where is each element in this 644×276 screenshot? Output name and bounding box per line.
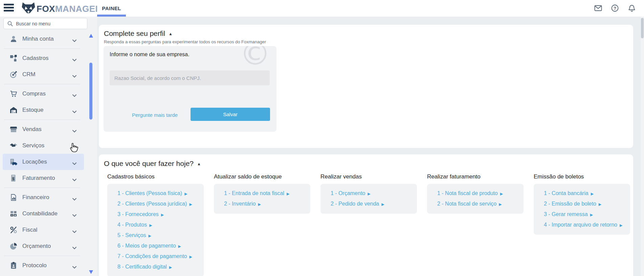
quick-link[interactable]: 7 - Condições de pagamento▶ bbox=[117, 251, 198, 262]
profile-question-panel: © Informe o nome de sua empresa. Pergunt… bbox=[104, 46, 276, 132]
quick-link[interactable]: 8 - Certificado digital▶ bbox=[117, 262, 198, 272]
page-scrollbar[interactable] bbox=[641, 17, 644, 276]
quick-link[interactable]: 3 - Gerar remessa▶ bbox=[544, 209, 625, 220]
arrow-right-icon: ▶ bbox=[178, 244, 181, 248]
quick-link[interactable]: 2 - Inventário▶ bbox=[224, 199, 305, 209]
store-icon bbox=[9, 125, 18, 133]
pie-icon bbox=[9, 242, 18, 250]
chevron-down-icon[interactable] bbox=[72, 38, 77, 44]
page-scrollbar-thumb[interactable] bbox=[641, 18, 644, 38]
quick-link[interactable]: 2 - Clientes (Pessoa jurídica)▶ bbox=[117, 199, 198, 209]
quick-link[interactable]: 1 - Clientes (Pessoa física)▶ bbox=[117, 188, 198, 199]
handshake-icon bbox=[9, 142, 18, 150]
quick-link[interactable]: 6 - Meios de pagamento▶ bbox=[117, 241, 198, 251]
help-icon[interactable]: ? bbox=[611, 4, 619, 12]
sidebar-item-estoque[interactable]: Estoque bbox=[3, 102, 84, 118]
chevron-down-icon[interactable] bbox=[72, 109, 77, 115]
sidebar-item-orcamento[interactable]: Orçamento bbox=[3, 238, 84, 254]
chevron-down-icon[interactable] bbox=[72, 229, 77, 235]
sidebar-item-faturamento[interactable]: $Faturamento bbox=[3, 170, 84, 186]
quick-link[interactable]: 1 - Conta bancária▶ bbox=[544, 188, 625, 199]
sidebar-item-protocolo[interactable]: Protocolo bbox=[3, 257, 84, 274]
bell-icon[interactable] bbox=[628, 4, 636, 12]
chevron-down-icon[interactable] bbox=[72, 57, 77, 63]
quick-actions-columns: Cadastros básicos1 - Clientes (Pessoa fí… bbox=[107, 173, 630, 276]
quick-link[interactable]: 4 - Produtos▶ bbox=[117, 220, 198, 230]
main-content: Complete seu perfil ▲ Responda a essas p… bbox=[97, 17, 641, 276]
sidebar-item-label: CRM bbox=[22, 71, 36, 78]
sidebar-item-fiscal[interactable]: Fiscal bbox=[3, 222, 84, 238]
sidebar-item-crm[interactable]: CRM bbox=[3, 66, 84, 83]
sidebar-divider bbox=[4, 48, 80, 49]
chevron-down-icon[interactable] bbox=[72, 161, 77, 167]
chevron-down-icon[interactable] bbox=[72, 212, 77, 218]
column-links-panel: 1 - Nota fiscal de produto▶2 - Nota fisc… bbox=[427, 184, 524, 214]
chevron-down-icon[interactable] bbox=[72, 128, 77, 134]
app-logo[interactable]: FOXMANAGER bbox=[22, 2, 102, 16]
calculator-icon: −+× bbox=[9, 210, 18, 218]
chevron-down-icon[interactable] bbox=[72, 245, 77, 251]
sidebar-divider bbox=[4, 120, 80, 120]
quick-link[interactable]: 2 - Pedido de venda▶ bbox=[331, 199, 412, 209]
menu-search[interactable] bbox=[3, 18, 87, 29]
search-input[interactable] bbox=[16, 21, 77, 26]
profile-question-label: Informe o nome de sua empresa. bbox=[110, 51, 190, 58]
user-icon bbox=[9, 35, 18, 43]
svg-text:×: × bbox=[11, 214, 13, 217]
sidebar-item-label: Minha conta bbox=[22, 36, 54, 42]
quick-link[interactable]: 2 - Nota fiscal de serviço▶ bbox=[437, 199, 518, 209]
collapse-arrow-icon[interactable]: ▲ bbox=[169, 31, 173, 36]
ask-later-link[interactable]: Pergunte mais tarde bbox=[132, 112, 178, 118]
hamburger-menu-icon[interactable] bbox=[4, 4, 14, 13]
tab-painel[interactable]: PAINEL bbox=[97, 0, 126, 17]
sidebar-scroll-up-icon[interactable] bbox=[89, 34, 93, 38]
arrow-right-icon: ▶ bbox=[287, 192, 289, 196]
profile-card-title: Complete seu perfil bbox=[104, 29, 165, 38]
mail-icon[interactable] bbox=[594, 4, 602, 12]
chevron-down-icon[interactable] bbox=[72, 177, 77, 183]
quick-link[interactable]: 1 - Nota fiscal de produto▶ bbox=[437, 188, 518, 199]
quick-actions-column: Emissão de boletos1 - Conta bancária▶2 -… bbox=[534, 173, 630, 235]
quick-link[interactable]: 4 - Importar arquivo de retorno▶ bbox=[544, 220, 625, 230]
chevron-down-icon[interactable] bbox=[72, 73, 77, 79]
tab-active-underline bbox=[97, 15, 126, 17]
svg-text:$: $ bbox=[12, 177, 14, 181]
chevron-down-icon[interactable] bbox=[72, 196, 77, 202]
column-header: Emissão de boletos bbox=[534, 173, 630, 180]
arrow-right-icon: ▶ bbox=[499, 202, 502, 206]
sidebar-item-label: Orçamento bbox=[22, 243, 51, 250]
arrow-right-icon: ▶ bbox=[189, 202, 192, 206]
quick-link[interactable]: 1 - Orçamento▶ bbox=[331, 188, 412, 199]
sidebar-divider bbox=[4, 256, 80, 256]
save-button[interactable]: Salvar bbox=[191, 108, 270, 121]
sidebar-item-financeiro[interactable]: Financeiro bbox=[3, 189, 84, 206]
arrow-right-icon: ▶ bbox=[149, 223, 152, 227]
clipboard-icon bbox=[9, 261, 18, 270]
chevron-down-icon[interactable] bbox=[72, 92, 77, 99]
collapse-arrow-icon[interactable]: ▲ bbox=[197, 161, 201, 166]
quick-link[interactable]: 1 - Entrada de nota fiscal▶ bbox=[224, 188, 305, 199]
invoice-icon: $ bbox=[9, 174, 18, 182]
sidebar-item-servicos[interactable]: Serviços bbox=[3, 137, 84, 154]
sidebar-item-vendas[interactable]: Vendas bbox=[3, 121, 84, 137]
sidebar-scrollbar-thumb[interactable] bbox=[89, 63, 92, 120]
company-name-input[interactable] bbox=[110, 70, 270, 85]
sidebar: Minha contaCadastrosCRMComprasEstoqueVen… bbox=[0, 17, 97, 276]
chevron-down-icon[interactable] bbox=[72, 264, 77, 270]
quick-link[interactable]: 2 - Emissão de boleto▶ bbox=[544, 199, 625, 209]
complete-profile-card: Complete seu perfil ▲ Responda a essas p… bbox=[99, 25, 633, 148]
chevron-down-icon[interactable] bbox=[72, 144, 77, 150]
copyright-watermark: © bbox=[240, 46, 271, 70]
arrow-right-icon: ▶ bbox=[590, 213, 593, 217]
quick-link[interactable]: 5 - Serviços▶ bbox=[117, 230, 198, 241]
arrow-right-icon: ▶ bbox=[169, 265, 172, 269]
quick-link[interactable]: 3 - Fornecedores▶ bbox=[117, 209, 198, 220]
arrow-right-icon: ▶ bbox=[184, 192, 187, 196]
sidebar-item-minha-conta[interactable]: Minha conta bbox=[3, 31, 84, 47]
sidebar-item-compras[interactable]: Compras bbox=[3, 86, 84, 102]
sidebar-scroll-down-icon[interactable] bbox=[89, 270, 93, 274]
sidebar-item-cadastros[interactable]: Cadastros bbox=[3, 50, 84, 66]
column-links-panel: 1 - Entrada de nota fiscal▶2 - Inventári… bbox=[214, 184, 310, 214]
sidebar-item-locacoes[interactable]: Locações bbox=[3, 154, 84, 170]
sidebar-item-contabilidade[interactable]: −+×Contabilidade bbox=[3, 206, 84, 222]
